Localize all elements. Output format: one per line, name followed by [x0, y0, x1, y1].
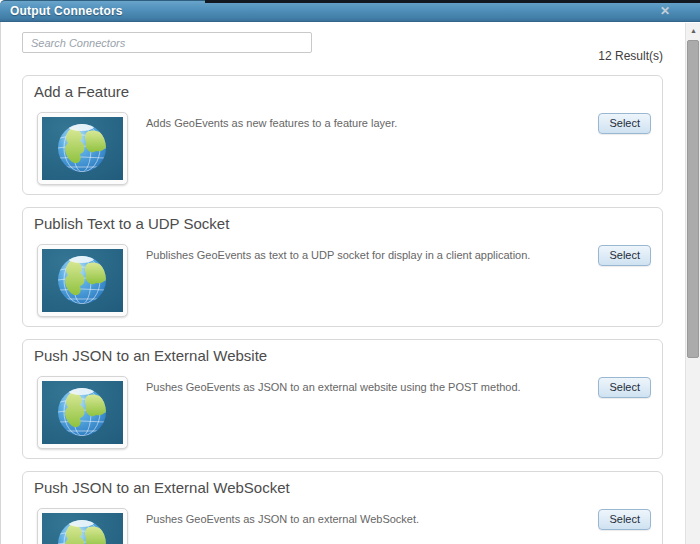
connector-description: Pushes GeoEvents as JSON to an external …: [146, 512, 592, 528]
connector-description: Pushes GeoEvents as JSON to an external …: [146, 380, 592, 396]
select-button[interactable]: Select: [598, 245, 651, 266]
connector-card: Push JSON to an External WebSocket: [22, 471, 663, 544]
connector-card: Push JSON to an External Website: [22, 339, 663, 459]
globe-thumbnail: [37, 508, 128, 544]
results-count: 12 Result(s): [598, 49, 663, 63]
select-button[interactable]: Select: [598, 113, 651, 134]
dialog-title: Output Connectors: [10, 4, 123, 18]
globe-icon: [42, 381, 123, 444]
connector-card: Publish Text to a UDP Socket: [22, 207, 663, 327]
select-button[interactable]: Select: [598, 377, 651, 398]
connector-title: Push JSON to an External Website: [34, 347, 267, 364]
globe-thumbnail: [37, 244, 128, 317]
scrollbar-thumb[interactable]: [687, 40, 699, 358]
connector-description: Adds GeoEvents as new features to a feat…: [146, 116, 592, 132]
select-button[interactable]: Select: [598, 509, 651, 530]
connector-title: Add a Feature: [34, 83, 129, 100]
globe-thumbnail: [37, 112, 128, 185]
globe-icon: [42, 249, 123, 312]
globe-icon: [42, 117, 123, 180]
globe-icon: [42, 513, 123, 544]
dialog-left-border: [0, 22, 1, 544]
search-input[interactable]: [22, 32, 312, 53]
globe-thumbnail: [37, 376, 128, 449]
scroll-up-arrow-icon[interactable]: ▲: [686, 23, 700, 38]
connector-description: Publishes GeoEvents as text to a UDP soc…: [146, 248, 592, 264]
close-icon[interactable]: ✕: [660, 3, 670, 19]
connector-title: Push JSON to an External WebSocket: [34, 479, 290, 496]
background-page-strip: [205, 0, 700, 3]
dialog-titlebar: Output Connectors ✕: [0, 0, 700, 22]
connector-card: Add a Feature: [22, 75, 663, 195]
scrollbar[interactable]: ▲: [685, 23, 700, 544]
connector-title: Publish Text to a UDP Socket: [34, 215, 229, 232]
connector-list: Add a Feature: [22, 75, 663, 544]
output-connectors-dialog: Output Connectors ✕ 12 Result(s) Add a F…: [0, 0, 700, 544]
